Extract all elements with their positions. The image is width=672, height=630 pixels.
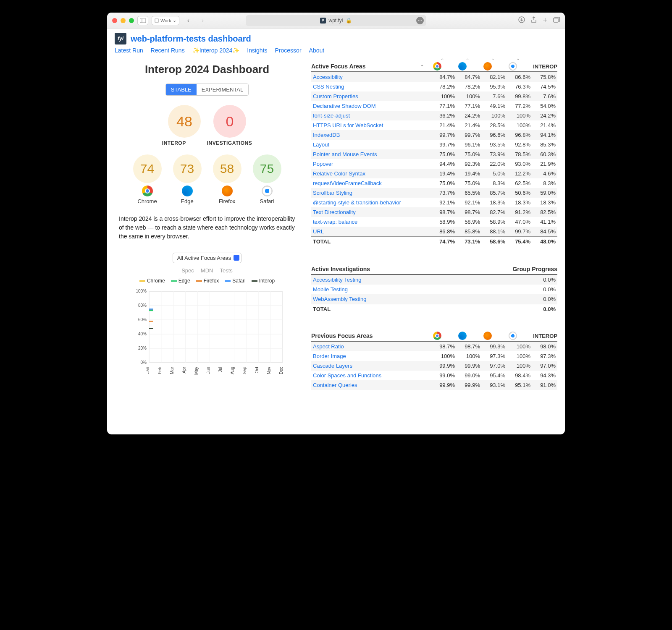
col-edge[interactable]: ⌃ xyxy=(450,62,475,71)
prev-col-interop[interactable]: INTEROP xyxy=(525,333,557,339)
prev-col-safari[interactable] xyxy=(500,332,525,340)
table-row: Color Spaces and Functions99.0%99.0%95.4… xyxy=(311,371,557,380)
focus-area-link[interactable]: Layout xyxy=(311,140,431,149)
tab-stable[interactable]: STABLE xyxy=(166,84,197,95)
edge-icon xyxy=(458,332,467,340)
score-cell: 82.1% xyxy=(482,72,507,82)
tabs-icon[interactable] xyxy=(553,17,560,24)
focus-area-link[interactable]: Relative Color Syntax xyxy=(311,169,431,178)
score-cell: 99.8% xyxy=(507,91,532,101)
score-cell: 100% xyxy=(457,91,482,101)
table-row: Custom Properties100%100%7.6%99.8%7.6% xyxy=(311,91,557,101)
focus-area-link[interactable]: Text Directionality xyxy=(311,207,431,217)
prev-col-edge[interactable] xyxy=(450,332,475,340)
page-actions-icon[interactable]: ⋯ xyxy=(416,17,424,24)
downloads-icon[interactable] xyxy=(518,16,525,24)
focus-area-link[interactable]: @starting-style & transition-behavior xyxy=(311,198,431,207)
score-cell: 84.7% xyxy=(431,72,457,82)
focus-area-link[interactable]: Cascade Layers xyxy=(311,361,431,371)
focus-area-link[interactable]: URL xyxy=(311,227,431,237)
focus-area-link[interactable]: IndexedDB xyxy=(311,130,431,140)
back-button[interactable]: ‹ xyxy=(183,16,194,25)
svg-text:0%: 0% xyxy=(141,360,147,365)
focus-area-link[interactable]: requestVideoFrameCallback xyxy=(311,178,431,188)
focus-area-link[interactable]: Scrollbar Styling xyxy=(311,188,431,198)
nav-link[interactable]: Processor xyxy=(275,47,302,54)
nav-link[interactable]: About xyxy=(309,47,325,54)
focus-area-link[interactable]: Popover xyxy=(311,159,431,169)
focus-area-link[interactable]: Declarative Shadow DOM xyxy=(311,101,431,111)
chart-link[interactable]: Spec xyxy=(181,267,194,274)
focus-area-link[interactable]: Pointer and Mouse Events xyxy=(311,149,431,159)
score-cell: 97.3% xyxy=(532,351,557,361)
score-cell: 94.4% xyxy=(431,159,457,169)
investigation-link[interactable]: Accessibility Testing xyxy=(311,275,504,285)
score-cell: 85.8% xyxy=(457,227,482,237)
new-tab-icon[interactable]: + xyxy=(543,16,547,25)
prev-col-firefox[interactable] xyxy=(475,332,500,340)
col-safari[interactable]: ⌃ xyxy=(500,62,525,71)
close-icon[interactable] xyxy=(112,18,117,23)
focus-area-link[interactable]: Container Queries xyxy=(311,380,431,390)
brand-title[interactable]: web-platform-tests dashboard xyxy=(131,34,251,44)
investigation-link[interactable]: Mobile Testing xyxy=(311,285,504,294)
svg-rect-2 xyxy=(155,19,158,22)
score-cell: 59.0% xyxy=(532,188,557,198)
nav-link[interactable]: ✨Interop 2024✨ xyxy=(192,47,240,54)
focus-area-link[interactable]: CSS Nesting xyxy=(311,82,431,91)
score-cell: 99.7% xyxy=(431,140,457,149)
table-row: Cascade Layers99.9%99.9%97.0%100%97.0% xyxy=(311,361,557,371)
nav-link[interactable]: Recent Runs xyxy=(151,47,185,54)
focus-area-link[interactable]: Color Spaces and Functions xyxy=(311,371,431,380)
col-chrome[interactable]: ⌃ xyxy=(425,62,450,71)
sidebar-toggle-icon[interactable] xyxy=(137,16,148,25)
previous-focus-heading: Previous Focus Areas xyxy=(311,332,425,339)
col-firefox[interactable]: ⌃ xyxy=(475,62,500,71)
score-cell: 36.2% xyxy=(431,111,457,120)
lock-icon: 🔒 xyxy=(346,18,352,24)
focus-area-link[interactable]: text-wrap: balance xyxy=(311,217,431,227)
score-cell: 98.0% xyxy=(532,342,557,351)
minimize-icon[interactable] xyxy=(121,18,126,23)
tab-experimental[interactable]: EXPERIMENTAL xyxy=(197,84,248,95)
score-cell: 85.3% xyxy=(532,140,557,149)
score-cell: 21.4% xyxy=(457,120,482,130)
chart-link[interactable]: MDN xyxy=(201,267,213,274)
score-cell: 92.3% xyxy=(457,159,482,169)
address-bar[interactable]: F wpt.fyi 🔒 ⋯ xyxy=(246,15,426,26)
score-cell: 22.0% xyxy=(482,159,507,169)
focus-area-link[interactable]: Accessibility xyxy=(311,72,431,82)
col-interop[interactable]: INTEROP xyxy=(525,63,557,70)
chart-legend: ChromeEdgeFirefoxSafariInterop xyxy=(115,278,299,284)
table-row: Layout99.7%96.1%93.5%92.8%85.3% xyxy=(311,140,557,149)
firefox-icon xyxy=(483,332,492,340)
table-row: WebAssembly Testing0.0% xyxy=(311,294,557,304)
chrome-icon xyxy=(433,62,441,71)
zoom-icon[interactable] xyxy=(129,18,134,23)
focus-area-link[interactable]: HTTPS URLs for WebSocket xyxy=(311,120,431,130)
score-cell: 92.1% xyxy=(457,198,482,207)
focus-area-select[interactable]: All Active Focus Areas xyxy=(173,253,242,263)
focus-area-link[interactable]: Aspect Ratio xyxy=(311,342,431,351)
profile-pill[interactable]: Work ⌄ xyxy=(152,16,179,25)
sort-caret-icon[interactable]: ⌃ xyxy=(420,64,424,69)
score-cell: 84.7% xyxy=(457,72,482,82)
chrome-icon xyxy=(142,186,153,196)
score-cell: 19.4% xyxy=(457,169,482,178)
chart-links: SpecMDNTests xyxy=(115,267,299,274)
score-cell: 100% xyxy=(507,111,532,120)
investigation-link[interactable]: WebAssembly Testing xyxy=(311,294,504,304)
focus-area-link[interactable]: Custom Properties xyxy=(311,91,431,101)
score-cell: 4.6% xyxy=(532,169,557,178)
focus-area-link[interactable]: font-size-adjust xyxy=(311,111,431,120)
nav-link[interactable]: Insights xyxy=(247,47,267,54)
dashboard-title: Interop 2024 Dashboard xyxy=(115,63,299,76)
prev-col-chrome[interactable] xyxy=(425,332,450,340)
nav-link[interactable]: Latest Run xyxy=(115,47,143,54)
focus-area-link[interactable]: Border Image xyxy=(311,351,431,361)
chart-link[interactable]: Tests xyxy=(220,267,232,274)
svg-text:Nov: Nov xyxy=(267,367,271,374)
share-icon[interactable] xyxy=(531,16,537,24)
score-cell: 48.0% xyxy=(532,237,557,247)
score-cell: 60.3% xyxy=(532,149,557,159)
